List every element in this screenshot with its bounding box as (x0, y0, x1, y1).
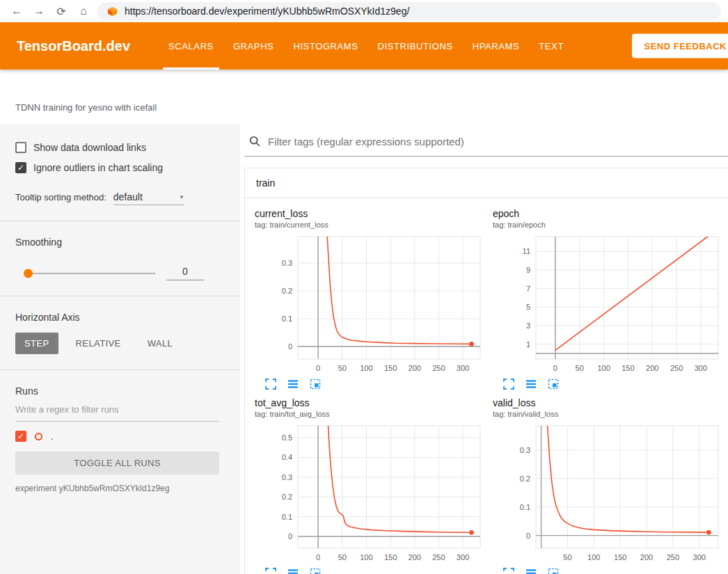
fit-domain-button[interactable] (309, 378, 322, 390)
home-icon[interactable]: ⌂ (72, 5, 95, 17)
fit-domain-button[interactable] (547, 378, 560, 390)
svg-text:0: 0 (316, 364, 320, 372)
address-bar[interactable]: https://tensorboard.dev/experiment/yKUbh… (97, 2, 721, 20)
app-logo: TensorBoard.dev (17, 38, 141, 54)
chart-title: tot_avg_loss (255, 397, 493, 408)
relative-button[interactable]: RELATIVE (67, 333, 130, 354)
send-feedback-button[interactable]: SEND FEEDBACK (632, 34, 728, 58)
checkbox-checked-icon[interactable]: ✓ (15, 162, 26, 173)
line-chart[interactable]: 0501001502002503001357911 (493, 232, 722, 376)
chart-tag: tag: train/epoch (493, 221, 728, 229)
runs-table-button[interactable] (525, 378, 537, 390)
svg-text:300: 300 (457, 553, 469, 561)
svg-text:7: 7 (526, 285, 530, 293)
svg-text:150: 150 (384, 553, 397, 561)
svg-text:300: 300 (457, 364, 469, 372)
fit-domain-button[interactable] (547, 567, 560, 574)
reload-icon[interactable]: ⟳ (50, 5, 72, 18)
runs-table-button[interactable] (525, 567, 537, 574)
svg-text:0.5: 0.5 (282, 433, 292, 442)
search-icon (248, 135, 261, 148)
expand-chart-button[interactable] (503, 567, 515, 574)
svg-text:250: 250 (670, 364, 683, 372)
svg-text:1: 1 (526, 340, 530, 349)
back-icon[interactable]: ← (6, 5, 28, 17)
sidebar-divider (0, 221, 240, 221)
experiment-subheader: TDNN training for yesno with icefall (0, 70, 728, 124)
chart-actions (493, 567, 728, 574)
smoothing-value-input[interactable]: 0 (166, 266, 204, 280)
tag-group-title: train (256, 177, 275, 189)
svg-text:0.2: 0.2 (520, 475, 530, 483)
forward-icon[interactable]: → (28, 5, 50, 17)
expand-chart-button[interactable] (264, 378, 277, 390)
tab-graphs[interactable]: GRAPHS (223, 22, 284, 70)
nav-tabs: SCALARS GRAPHS HISTOGRAMS DISTRIBUTIONS … (159, 22, 573, 70)
chart-title: current_loss (255, 208, 493, 219)
runs-label: Runs (15, 385, 219, 397)
tab-hparams[interactable]: HPARAMS (463, 22, 530, 70)
svg-text:9: 9 (526, 266, 530, 274)
slider-thumb[interactable] (24, 269, 33, 278)
smoothing-slider[interactable] (25, 273, 155, 274)
tab-scalars[interactable]: SCALARS (159, 22, 223, 70)
runs-filter-input[interactable] (15, 398, 219, 422)
checkbox-unchecked-icon[interactable] (15, 142, 26, 153)
svg-text:3: 3 (526, 321, 530, 330)
tag-filter-input[interactable] (268, 136, 724, 148)
fit-domain-button[interactable] (309, 567, 322, 574)
svg-text:0.3: 0.3 (282, 473, 292, 481)
svg-text:100: 100 (587, 553, 600, 561)
svg-text:5: 5 (526, 303, 530, 311)
chart-actions (255, 378, 493, 390)
tag-filter-row (244, 134, 728, 157)
tooltip-sorting-label: Tooltip sorting method: (15, 192, 106, 202)
expand-chart-button[interactable] (264, 567, 277, 574)
run-checkbox[interactable]: ✓ (15, 431, 26, 442)
settings-sidebar: Show data download links ✓ Ignore outlie… (0, 124, 240, 574)
step-button[interactable]: STEP (15, 333, 58, 354)
svg-text:0: 0 (526, 532, 530, 540)
svg-text:150: 150 (614, 553, 626, 561)
runs-table-button[interactable] (287, 567, 299, 574)
chart-block-tot-avg-loss: tot_avg_loss tag: train/tot_avg_loss 050… (255, 397, 493, 574)
chart-tag: tag: train/valid_loss (493, 410, 728, 418)
run-row[interactable]: ✓ . (15, 431, 219, 442)
url-text: https://tensorboard.dev/experiment/yKUbh… (125, 6, 409, 17)
run-name: . (51, 431, 54, 442)
tab-text[interactable]: TEXT (529, 22, 573, 70)
svg-text:250: 250 (432, 553, 445, 561)
show-download-links-label: Show data download links (33, 142, 146, 153)
line-chart[interactable]: 05010015020025030000.10.20.30.40.5 (255, 422, 484, 565)
ignore-outliers-label: Ignore outliers in chart scaling (33, 162, 163, 173)
toggle-all-runs-button[interactable]: TOGGLE ALL RUNS (15, 452, 219, 475)
svg-text:250: 250 (667, 553, 679, 561)
content-area: Show data download links ✓ Ignore outlie… (0, 124, 728, 574)
svg-text:0: 0 (288, 532, 292, 541)
svg-text:0.3: 0.3 (282, 259, 292, 267)
tooltip-sorting-select[interactable]: default ▼ (113, 191, 184, 205)
runs-table-button[interactable] (287, 378, 299, 390)
svg-text:50: 50 (576, 364, 584, 372)
tab-histograms[interactable]: HISTOGRAMS (283, 22, 367, 70)
svg-text:300: 300 (693, 553, 706, 561)
tab-distributions[interactable]: DISTRIBUTIONS (368, 22, 463, 70)
svg-text:300: 300 (695, 364, 707, 372)
tooltip-sorting-row: Tooltip sorting method: default ▼ (15, 191, 219, 205)
tag-group-header[interactable]: train (245, 168, 728, 198)
svg-text:100: 100 (597, 364, 610, 372)
expand-chart-button[interactable] (503, 378, 515, 390)
chart-actions (255, 567, 493, 574)
svg-text:0: 0 (316, 553, 320, 561)
chart-tag: tag: train/current_loss (255, 221, 493, 229)
svg-text:100: 100 (360, 364, 372, 372)
svg-text:0.2: 0.2 (282, 287, 292, 295)
line-chart[interactable]: 5010015020025030000.10.20.3 (493, 422, 722, 565)
line-chart[interactable]: 05010015020025030000.10.20.3 (255, 232, 484, 376)
experiment-title: TDNN training for yesno with icefall (15, 102, 157, 113)
wall-button[interactable]: WALL (139, 333, 182, 354)
show-download-links-row[interactable]: Show data download links (15, 142, 219, 153)
svg-text:150: 150 (384, 364, 397, 372)
ignore-outliers-row[interactable]: ✓ Ignore outliers in chart scaling (15, 162, 219, 173)
chart-block-valid-loss: valid_loss tag: train/valid_loss 5010015… (493, 397, 728, 574)
